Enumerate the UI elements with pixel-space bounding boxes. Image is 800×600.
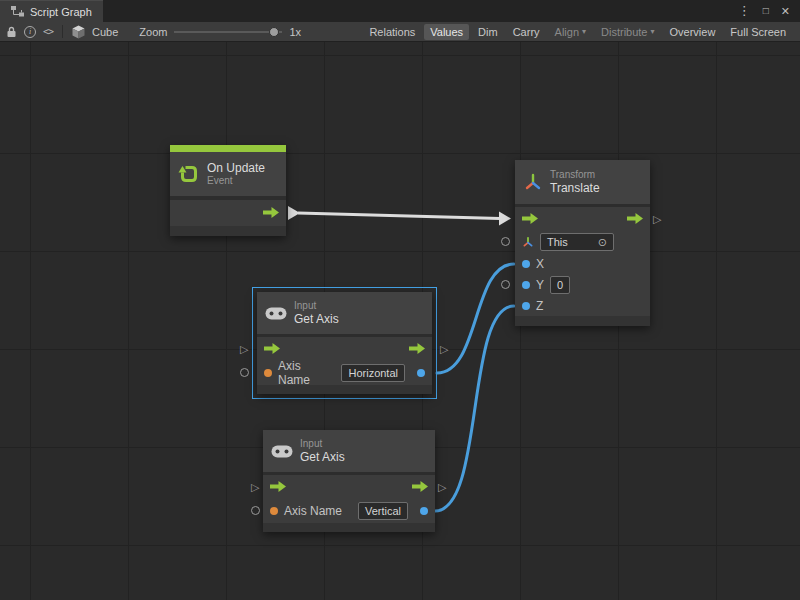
node-footer (263, 523, 435, 532)
axis-name-field[interactable]: Vertical (358, 502, 408, 520)
axis-name-row: Axis Name Vertical (263, 499, 435, 523)
code-icon[interactable]: <> (43, 26, 53, 37)
node-category: Transform (550, 169, 600, 181)
flow-input-port[interactable] (522, 213, 538, 226)
gamepad-icon (271, 445, 293, 458)
node-title: Get Axis (300, 450, 345, 464)
window-maximize-icon[interactable]: □ (763, 0, 769, 22)
node-on-update[interactable]: On Update Event (170, 145, 286, 236)
axis-name-label: Axis Name (278, 359, 335, 387)
result-output-port[interactable] (420, 507, 428, 515)
zoom-value: 1x (289, 26, 301, 38)
flow-row (170, 200, 286, 226)
toolbar-buttons: Relations Values Dim Carry Align ▾ Distr… (363, 24, 794, 40)
graph-toolbar: i <> Cube Zoom 1x Relations Values Dim C… (0, 22, 800, 42)
info-icon[interactable]: i (24, 26, 36, 38)
cube-icon (72, 25, 85, 39)
axis-name-field[interactable]: Horizontal (341, 364, 405, 382)
flow-output-port[interactable] (627, 213, 643, 226)
node-get-axis-vertical[interactable]: Input Get Axis Axis Name Vertical (263, 430, 435, 532)
z-input-port[interactable] (522, 302, 530, 310)
flow-output-port[interactable] (412, 481, 428, 494)
axis-name-row: Axis Name Horizontal (257, 361, 432, 385)
tab-script-graph[interactable]: Script Graph (0, 0, 103, 22)
tab-bar: Script Graph ⋮ □ ✕ (0, 0, 800, 22)
relations-button[interactable]: Relations (363, 24, 421, 40)
flow-row (263, 475, 435, 499)
zoom-slider-handle[interactable] (269, 27, 279, 37)
value-port-hint-icon[interactable] (251, 506, 260, 515)
node-body[interactable]: Input Get Axis Axis Name Horizontal (257, 292, 432, 394)
this-value: This (547, 235, 568, 249)
flow-port-hint-icon[interactable]: ▷ (240, 342, 248, 356)
y-value-field[interactable]: 0 (550, 276, 570, 294)
flow-input-port[interactable] (270, 481, 286, 494)
x-port-row: X (515, 253, 650, 274)
flow-input-port[interactable] (264, 343, 280, 356)
align-dropdown[interactable]: Align ▾ (549, 24, 592, 40)
node-header: Input Get Axis (257, 292, 432, 334)
flow-port-hint-icon[interactable]: ▷ (653, 212, 661, 226)
transform-icon (523, 172, 543, 192)
carry-button[interactable]: Carry (507, 24, 546, 40)
event-color-bar (170, 145, 286, 152)
flow-row (515, 207, 650, 231)
loop-event-icon (178, 163, 200, 185)
z-port-row: Z (515, 295, 650, 316)
y-input-port[interactable] (522, 281, 530, 289)
node-footer (515, 316, 650, 326)
node-get-axis-horizontal[interactable]: Input Get Axis Axis Name Horizontal (252, 287, 437, 399)
node-title: On Update (207, 161, 265, 175)
x-input-port[interactable] (522, 260, 530, 268)
flow-connection-end-arrow (499, 212, 511, 226)
zoom-slider[interactable] (174, 26, 282, 38)
axis-name-label: Axis Name (284, 504, 342, 518)
axis-name-input-port[interactable] (264, 369, 272, 377)
node-subtitle: Event (207, 175, 265, 187)
align-label: Align (555, 26, 579, 38)
graph-canvas[interactable]: On Update Event Transform Translate (0, 42, 800, 600)
fullscreen-button[interactable]: Full Screen (724, 24, 792, 40)
window-close-icon[interactable]: ✕ (781, 0, 790, 22)
toolbar-separator (62, 25, 63, 38)
flow-port-hint-icon[interactable]: ▷ (438, 480, 446, 494)
chevron-down-icon: ▾ (651, 28, 655, 36)
flow-output-port[interactable] (409, 343, 425, 356)
node-header: Input Get Axis (263, 430, 435, 472)
distribute-label: Distribute (601, 26, 647, 38)
window-menu-icon[interactable]: ⋮ (738, 0, 751, 22)
y-port-label: Y (536, 278, 544, 292)
value-port-hint-icon[interactable] (240, 368, 249, 377)
node-header: On Update Event (170, 152, 286, 196)
chevron-down-icon: ▾ (582, 28, 586, 36)
axis-name-input-port[interactable] (270, 507, 278, 515)
zoom-label: Zoom (139, 26, 167, 38)
node-transform-translate[interactable]: Transform Translate This ⊙ (515, 160, 650, 326)
script-graph-icon (11, 6, 24, 17)
distribute-dropdown[interactable]: Distribute ▾ (595, 24, 660, 40)
flow-port-hint-icon[interactable]: ▷ (440, 342, 448, 356)
flow-row (257, 337, 432, 361)
lock-icon[interactable] (6, 26, 17, 38)
tab-title: Script Graph (30, 6, 92, 18)
flow-output-port[interactable] (263, 207, 279, 220)
values-button[interactable]: Values (424, 24, 469, 40)
node-title: Get Axis (294, 312, 339, 326)
dim-button[interactable]: Dim (472, 24, 504, 40)
this-row: This ⊙ (515, 231, 650, 253)
flow-port-hint-icon[interactable]: ▷ (251, 480, 259, 494)
value-port-hint-icon[interactable] (501, 280, 510, 289)
axis-icon (522, 236, 534, 248)
node-title: Translate (550, 181, 600, 195)
node-category: Input (294, 300, 339, 312)
value-port-hint-icon[interactable] (501, 237, 510, 246)
y-port-row: Y 0 (515, 274, 650, 295)
result-output-port[interactable] (417, 369, 425, 377)
overview-button[interactable]: Overview (664, 24, 722, 40)
z-port-label: Z (536, 299, 543, 313)
zoom-slider-track[interactable] (174, 31, 282, 33)
target-picker-icon[interactable]: ⊙ (598, 237, 607, 248)
vertical-to-z-connection (435, 306, 514, 511)
this-field[interactable]: This ⊙ (540, 233, 614, 251)
gamepad-icon (265, 307, 287, 320)
